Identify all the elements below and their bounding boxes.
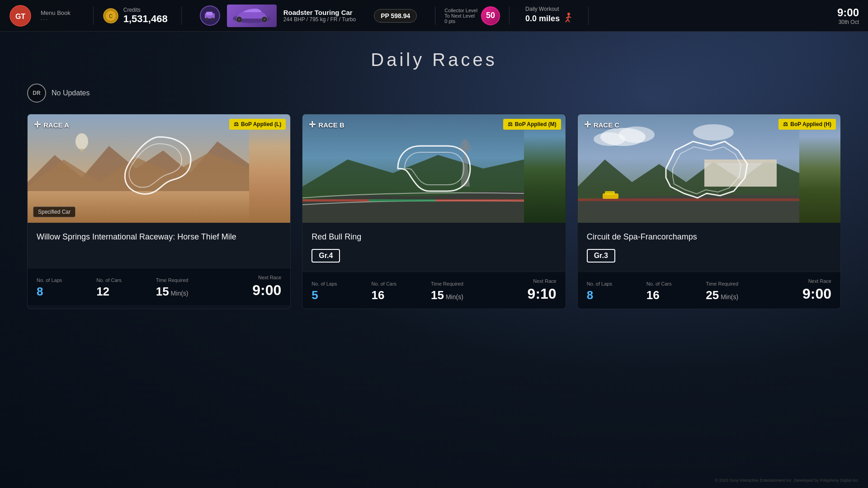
gt-logo[interactable]: GT xyxy=(9,5,32,27)
race-a-label: ✛ RACE A xyxy=(34,120,69,130)
svg-line-19 xyxy=(569,17,571,18)
race-c-time-unit: Min(s) xyxy=(721,293,738,300)
svg-point-24 xyxy=(75,133,88,150)
race-a-time-value: 15 xyxy=(156,285,169,299)
topbar: GT Menu Book --- C Credits 1,531,468 xyxy=(0,0,868,32)
race-c-time: Time Required 25 Min(s) xyxy=(706,281,768,302)
credits-value: 1,531,468 xyxy=(123,13,168,25)
race-b-next-race-label: Next Race xyxy=(498,278,557,284)
race-c-cars-label: No. of Cars xyxy=(646,281,702,286)
race-c-next-race-value: 9:00 xyxy=(773,286,831,302)
race-a-cars: No. of Cars 12 xyxy=(96,277,151,299)
collector-label: Collector Level xyxy=(444,8,477,13)
car-nav-icon xyxy=(200,5,220,26)
svg-point-33 xyxy=(594,132,625,146)
race-b-label: ✛ RACE B xyxy=(309,120,344,130)
svg-rect-6 xyxy=(206,12,212,15)
menu-book-label: Menu Book xyxy=(41,9,71,16)
race-c-laps: No. of Laps 8 xyxy=(587,281,642,302)
race-b-image: ✛ RACE B ⚖ BoP Applied (M) xyxy=(302,114,565,223)
race-a-track-name: Willow Springs International Raceway: Ho… xyxy=(37,232,281,242)
svg-point-8 xyxy=(211,18,214,20)
race-b-laps-value: 5 xyxy=(311,288,367,302)
race-a-next-race-value: 9:00 xyxy=(222,282,281,299)
race-b-time-value: 15 xyxy=(431,288,444,302)
race-b-cars: No. of Cars 16 xyxy=(371,281,426,302)
race-card-a[interactable]: ✛ RACE A ⚖ BoP Applied (L) Specified Car… xyxy=(27,114,291,309)
race-a-time-label: Time Required xyxy=(156,277,218,283)
page-title: Daily Races xyxy=(27,50,841,70)
races-grid: ✛ RACE A ⚖ BoP Applied (L) Specified Car… xyxy=(27,114,841,309)
svg-line-17 xyxy=(568,19,570,22)
race-b-bop-badge: ⚖ BoP Applied (M) xyxy=(503,119,561,130)
race-c-cars: No. of Cars 16 xyxy=(646,281,702,302)
time-section: 9:00 30th Oct xyxy=(837,6,859,25)
race-c-laps-label: No. of Laps xyxy=(587,281,642,286)
race-b-next-race-value: 9:10 xyxy=(498,286,557,302)
race-a-next-race-label: Next Race xyxy=(222,275,281,280)
workout-section: Daily Workout 0.0 miles xyxy=(525,6,572,26)
race-b-info: Red Bull Ring Gr.4 xyxy=(302,223,565,272)
race-a-track-outline xyxy=(114,128,204,209)
main-content: Daily Races DR No Updates xyxy=(0,32,868,327)
time-date: 30th Oct xyxy=(839,19,859,25)
svg-point-7 xyxy=(206,18,208,20)
workout-label: Daily Workout xyxy=(525,6,572,12)
collector-text: Collector Level To Next Level 0 pts xyxy=(444,8,477,24)
menu-book[interactable]: Menu Book --- xyxy=(41,9,71,22)
race-card-c[interactable]: ✛ RACE C ⚖ BoP Applied (H) Circuit de Sp… xyxy=(577,114,841,309)
race-c-cars-value: 16 xyxy=(646,288,702,302)
credits-icon: C xyxy=(103,8,119,24)
car-thumbnail xyxy=(227,5,277,27)
race-c-next-race-label: Next Race xyxy=(773,278,831,284)
workout-wrapper: 0.0 miles xyxy=(525,12,572,26)
updates-bar: DR No Updates xyxy=(27,84,841,103)
collector-level-value: 50 xyxy=(486,11,495,20)
race-a-info: Willow Springs International Raceway: Ho… xyxy=(28,223,290,268)
svg-line-16 xyxy=(566,19,568,22)
divider-1 xyxy=(93,7,94,25)
race-b-stats: No. of Laps 5 No. of Cars 16 Time Requir… xyxy=(302,272,565,309)
footer-text: © 2023 Sony Interactive Entertainment In… xyxy=(715,478,859,483)
race-a-time-unit: Min(s) xyxy=(171,290,189,297)
divider-5 xyxy=(588,7,589,25)
race-c-background xyxy=(578,114,840,223)
race-b-next-race: Next Race 9:10 xyxy=(498,278,557,302)
time-value: 9:00 xyxy=(837,6,859,19)
car-info: Roadster Touring Car 244 BHP / 795 kg / … xyxy=(283,9,356,23)
race-c-image: ✛ RACE C ⚖ BoP Applied (H) xyxy=(578,114,840,223)
race-b-car-class: Gr.4 xyxy=(311,249,340,263)
race-b-background xyxy=(302,114,565,223)
race-c-time-value: 25 xyxy=(706,288,719,302)
pp-value: 598.94 xyxy=(391,12,410,19)
pp-badge: PP 598.94 xyxy=(374,9,417,23)
divider-4 xyxy=(509,7,509,25)
car-section[interactable]: Roadster Touring Car 244 BHP / 795 kg / … xyxy=(200,5,356,27)
race-c-label: ✛ RACE C xyxy=(584,120,620,130)
race-c-track-name: Circuit de Spa-Francorchamps xyxy=(587,232,831,242)
race-b-cars-value: 16 xyxy=(371,288,426,302)
race-c-bop-badge: ⚖ BoP Applied (H) xyxy=(778,119,836,130)
race-b-time-unit: Min(s) xyxy=(446,293,463,300)
race-b-track-name: Red Bull Ring xyxy=(311,232,556,242)
runner-icon xyxy=(563,12,572,26)
pp-label: PP xyxy=(381,12,389,19)
credits-section: C Credits 1,531,468 xyxy=(103,7,172,25)
race-b-time: Time Required 15 Min(s) xyxy=(431,281,493,302)
race-b-time-label: Time Required xyxy=(431,281,493,286)
car-specs: 244 BHP / 795 kg / FR / Turbo xyxy=(283,16,356,23)
collector-section: Collector Level To Next Level 0 pts 50 xyxy=(444,6,500,25)
svg-point-13 xyxy=(263,18,266,21)
dr-badge: DR xyxy=(27,84,46,103)
credits-label: Credits xyxy=(123,7,168,13)
svg-rect-25 xyxy=(80,149,83,151)
svg-rect-40 xyxy=(605,191,615,195)
race-b-laps-label: No. of Laps xyxy=(311,281,367,286)
race-card-b[interactable]: ✛ RACE B ⚖ BoP Applied (M) Red Bull Ring… xyxy=(302,114,566,309)
race-a-laps-value: 8 xyxy=(37,285,92,299)
race-a-cars-value: 12 xyxy=(96,285,151,299)
collector-next-label: To Next Level xyxy=(444,13,477,19)
updates-text: No Updates xyxy=(52,89,90,97)
divider-2 xyxy=(181,7,182,25)
collector-level-badge: 50 xyxy=(481,6,500,25)
